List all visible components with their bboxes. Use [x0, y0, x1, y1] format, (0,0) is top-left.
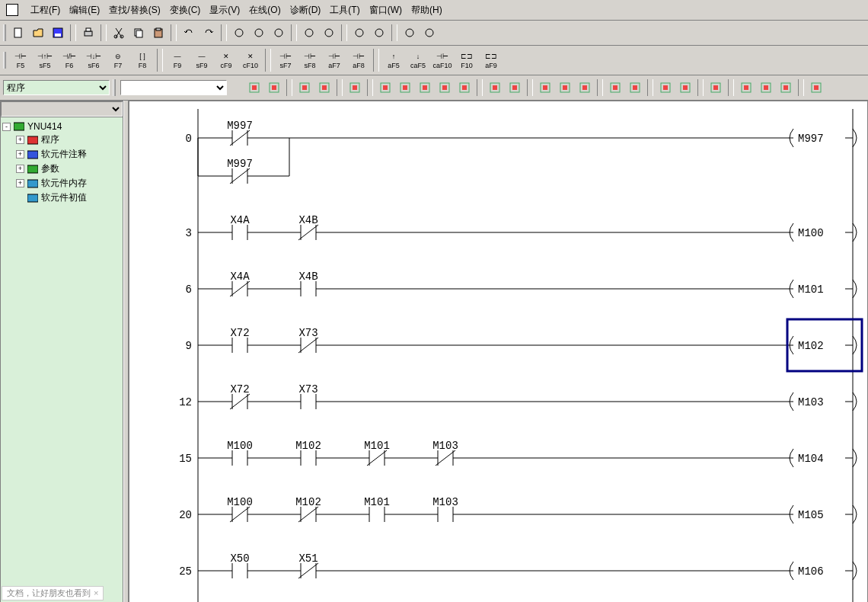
undo-icon[interactable] [180, 24, 198, 42]
r1[interactable] [376, 78, 394, 97]
svg-text:3: 3 [186, 227, 192, 239]
t2[interactable] [315, 78, 333, 97]
ladder-sym-F6[interactable]: ⊣/⊢F6 [58, 48, 81, 72]
expand-icon[interactable]: + [16, 179, 24, 187]
r4[interactable] [436, 78, 454, 97]
ladder-sym-sF6[interactable]: ⊣↓⊢sF6 [82, 48, 105, 72]
svg-rect-41 [493, 85, 497, 90]
r9[interactable] [556, 78, 574, 97]
grip[interactable] [113, 79, 116, 96]
r11[interactable] [606, 78, 624, 97]
r3[interactable] [416, 78, 434, 97]
zoom3-icon[interactable] [270, 24, 288, 42]
ladder-sym-F9[interactable]: —F9 [166, 48, 189, 72]
ladder-sym-sF8[interactable]: ⊣⊢sF8 [298, 48, 321, 72]
expand-icon[interactable]: + [16, 165, 24, 173]
r15[interactable] [707, 78, 725, 97]
menu-帮助(H)[interactable]: 帮助(H) [407, 3, 447, 17]
menu-在线(O)[interactable]: 在线(O) [244, 3, 285, 17]
r5[interactable] [455, 78, 474, 97]
refresh-icon[interactable] [420, 24, 439, 42]
r7[interactable] [506, 78, 524, 97]
expand-icon[interactable]: + [16, 150, 24, 159]
zoom2-icon[interactable] [250, 24, 268, 42]
svg-line-94 [230, 168, 250, 184]
svg-text:6: 6 [186, 283, 192, 296]
open-icon[interactable] [29, 24, 47, 42]
ladder-sym-aF8[interactable]: ⊣⊢aF8 [347, 48, 370, 72]
tree-item-label[interactable]: 软元件初值 [41, 191, 87, 204]
r12[interactable] [626, 78, 644, 97]
tree-item-label[interactable]: 软元件注释 [41, 148, 87, 161]
ladder-sym-F10[interactable]: ⊏⊐F10 [455, 48, 478, 72]
r14[interactable] [676, 78, 694, 97]
ladder-sym-aF7[interactable]: ⊣⊢aF7 [323, 48, 346, 72]
r8[interactable] [536, 78, 554, 97]
paste-icon[interactable] [149, 24, 168, 42]
ladder-sym-caF10[interactable]: ⊣⊢caF10 [431, 48, 454, 72]
tree-item-label[interactable]: 软元件内存 [41, 177, 87, 190]
r18[interactable] [777, 78, 795, 97]
svg-point-14 [305, 29, 313, 37]
copy-icon[interactable] [129, 24, 148, 42]
menu-查找/替换(S)[interactable]: 查找/替换(S) [104, 3, 164, 17]
r13[interactable] [656, 78, 675, 97]
tree-combo[interactable] [1, 101, 123, 117]
redo-icon[interactable] [199, 24, 218, 42]
splitter[interactable] [123, 101, 129, 602]
ladder-sym-caF5[interactable]: ↓caF5 [407, 48, 429, 72]
tree-icon[interactable] [265, 78, 283, 97]
svg-text:X4B: X4B [298, 271, 318, 283]
write1-icon[interactable] [350, 24, 369, 42]
expand-icon[interactable]: - [2, 123, 11, 131]
expand-icon[interactable]: + [16, 136, 24, 144]
cut-icon[interactable] [110, 24, 128, 42]
project-tree[interactable]: -YNU414+程序+软元件注释+参数+软元件内存软元件初值 [1, 117, 123, 208]
r19[interactable] [807, 78, 825, 97]
ladder-sym-cF10[interactable]: ✕cF10 [239, 48, 262, 72]
device-select[interactable] [120, 80, 227, 95]
menu-显示(V)[interactable]: 显示(V) [205, 3, 244, 17]
tree-root-label[interactable]: YNU414 [27, 121, 62, 132]
monitor1-icon[interactable] [300, 24, 318, 42]
r2[interactable] [396, 78, 414, 97]
r17[interactable] [757, 78, 775, 97]
tree-item-label[interactable]: 参数 [41, 162, 59, 175]
zoom1-icon[interactable] [230, 24, 248, 42]
close-icon[interactable]: × [94, 588, 98, 597]
ladder-sym-aF9[interactable]: ⊏⊐aF9 [480, 48, 503, 72]
svg-rect-4 [86, 28, 91, 31]
svg-rect-29 [353, 85, 357, 90]
menu-变换(C)[interactable]: 变换(C) [165, 3, 206, 17]
grip[interactable] [3, 52, 6, 69]
t3[interactable] [346, 78, 364, 97]
save-icon[interactable] [49, 24, 67, 42]
menu-工具(T)[interactable]: 工具(T) [325, 3, 364, 17]
grip[interactable] [3, 24, 6, 41]
r16[interactable] [737, 78, 755, 97]
view-icon[interactable] [245, 78, 263, 97]
ladder-sym-sF5[interactable]: ⊣↑⊢sF5 [34, 48, 56, 72]
monitor2-icon[interactable] [320, 24, 338, 42]
scope-select[interactable]: 程序 [3, 80, 110, 95]
menu-工程(F)[interactable]: 工程(F) [26, 3, 65, 17]
t1[interactable] [295, 78, 314, 97]
ladder-sym-aF5[interactable]: ↑aF5 [382, 48, 405, 72]
menu-诊断(D)[interactable]: 诊断(D) [286, 3, 326, 17]
print-icon[interactable] [79, 24, 97, 42]
tree-item-label[interactable]: 程序 [41, 133, 59, 146]
write2-icon[interactable] [370, 24, 388, 42]
window-icon[interactable] [400, 24, 419, 42]
ladder-sym-F8[interactable]: [ ]F8 [131, 48, 154, 72]
ladder-sym-sF9[interactable]: —sF9 [190, 48, 213, 72]
ladder-editor[interactable]: 0M997M997M9973X4AX4BM1006X4AX4BM1019X72X… [129, 101, 868, 602]
ladder-sym-cF9[interactable]: ✕cF9 [215, 48, 238, 72]
ladder-sym-F7[interactable]: ⊖F7 [107, 48, 129, 72]
ladder-sym-F5[interactable]: ⊣⊢F5 [9, 48, 32, 72]
ladder-sym-sF7[interactable]: ⊣⊢sF7 [274, 48, 297, 72]
r6[interactable] [486, 78, 504, 97]
r10[interactable] [576, 78, 594, 97]
menu-编辑(E)[interactable]: 编辑(E) [65, 3, 104, 17]
menu-窗口(W)[interactable]: 窗口(W) [365, 3, 407, 17]
new-icon[interactable] [9, 24, 27, 42]
